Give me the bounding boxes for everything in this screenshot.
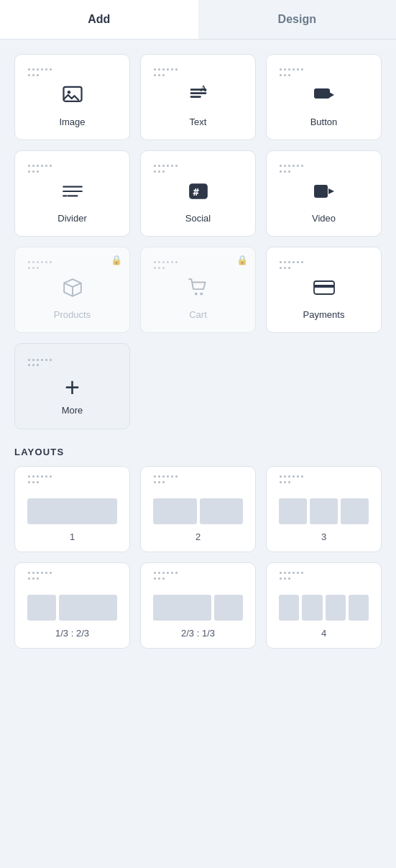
layout-card-1-3-2-3[interactable]: 1/3 : 2/3 xyxy=(14,562,130,649)
text-label: Text xyxy=(190,117,207,127)
more-card[interactable]: + More xyxy=(14,343,130,429)
element-card-video[interactable]: Video xyxy=(266,150,382,237)
svg-rect-14 xyxy=(314,185,328,198)
social-label: Social xyxy=(185,213,211,224)
products-label: Products xyxy=(54,309,91,320)
svg-text:A: A xyxy=(200,84,206,93)
drag-dots-products xyxy=(28,261,54,270)
button-icon xyxy=(313,84,335,111)
layout-card-3[interactable]: 3 xyxy=(266,466,382,552)
lock-icon-products: 🔒 xyxy=(111,255,122,265)
drag-dots-image xyxy=(28,68,54,77)
tab-add[interactable]: Add xyxy=(0,0,198,39)
drag-dots-layout-4 xyxy=(280,572,305,580)
drag-dots-more xyxy=(28,359,54,367)
drag-dots-layout-1-3-2-3 xyxy=(28,572,54,580)
content-area: Image A Text xyxy=(0,40,396,673)
layout-preview-2-3-1-3 xyxy=(153,595,243,621)
element-card-payments[interactable]: Payments xyxy=(266,247,382,333)
drag-dots-layout-3 xyxy=(280,475,305,484)
element-card-cart[interactable]: 🔒 Cart xyxy=(140,247,256,333)
image-icon xyxy=(62,84,83,111)
layout-preview-4 xyxy=(279,595,369,621)
products-icon xyxy=(62,277,83,303)
element-card-products[interactable]: 🔒 Products xyxy=(14,247,130,333)
drag-dots-layout-1 xyxy=(28,475,54,484)
tab-design[interactable]: Design xyxy=(198,0,397,39)
payments-label: Payments xyxy=(303,309,345,320)
cart-icon xyxy=(188,277,209,303)
layout-preview-1-3-2-3 xyxy=(27,595,117,621)
text-icon: A xyxy=(188,84,209,111)
drag-dots-layout-2 xyxy=(154,475,180,484)
layout-label-4: 4 xyxy=(321,628,326,639)
svg-point-18 xyxy=(200,293,203,296)
svg-rect-20 xyxy=(314,285,334,288)
svg-rect-6 xyxy=(314,88,330,99)
video-icon xyxy=(313,181,335,207)
svg-marker-15 xyxy=(328,188,334,194)
layout-label-2-3-1-3: 2/3 : 1/3 xyxy=(181,628,215,639)
divider-icon xyxy=(62,181,83,207)
drag-dots-payments xyxy=(280,261,305,270)
lock-icon-cart: 🔒 xyxy=(236,255,248,265)
layout-preview-1 xyxy=(27,498,117,524)
svg-point-1 xyxy=(67,91,70,94)
layout-label-2: 2 xyxy=(195,531,201,542)
element-card-text[interactable]: A Text xyxy=(140,54,256,140)
payments-icon xyxy=(313,277,335,303)
element-card-social[interactable]: # Social xyxy=(140,150,256,237)
button-label: Button xyxy=(310,117,338,127)
layout-card-1[interactable]: 1 xyxy=(14,466,130,552)
plus-icon: + xyxy=(65,375,80,401)
drag-dots-social xyxy=(154,165,180,173)
layout-label-1: 1 xyxy=(70,531,75,542)
drag-dots-cart xyxy=(154,261,180,270)
divider-label: Divider xyxy=(57,213,86,224)
element-card-image[interactable]: Image xyxy=(14,54,130,140)
layouts-grid: 1 2 xyxy=(14,466,382,649)
svg-rect-0 xyxy=(63,87,81,101)
layout-label-1-3-2-3: 1/3 : 2/3 xyxy=(55,628,89,639)
image-label: Image xyxy=(59,117,85,127)
layout-preview-2 xyxy=(153,498,243,524)
drag-dots-text xyxy=(154,68,180,77)
video-label: Video xyxy=(312,213,336,224)
layout-card-4[interactable]: 4 xyxy=(266,562,382,649)
drag-dots-button xyxy=(280,68,305,77)
cart-label: Cart xyxy=(189,309,207,320)
drag-dots-video xyxy=(280,165,305,173)
element-card-divider[interactable]: Divider xyxy=(14,150,130,237)
svg-point-17 xyxy=(194,293,197,296)
layout-card-2[interactable]: 2 xyxy=(140,466,256,552)
layouts-heading: LAYOUTS xyxy=(14,447,382,457)
layout-label-3: 3 xyxy=(321,531,326,542)
elements-grid: Image A Text xyxy=(14,54,382,333)
social-icon: # xyxy=(188,181,209,207)
more-label: More xyxy=(62,405,83,416)
layout-preview-3 xyxy=(279,498,369,524)
element-card-button[interactable]: Button xyxy=(266,54,382,140)
layout-card-2-3-1-3[interactable]: 2/3 : 1/3 xyxy=(140,562,256,649)
svg-text:#: # xyxy=(193,186,199,198)
tabs-container: Add Design xyxy=(0,0,396,40)
drag-dots-divider xyxy=(28,165,54,173)
drag-dots-layout-2-3-1-3 xyxy=(154,572,180,580)
layouts-section: LAYOUTS 1 xyxy=(14,447,382,649)
svg-marker-7 xyxy=(329,92,334,98)
